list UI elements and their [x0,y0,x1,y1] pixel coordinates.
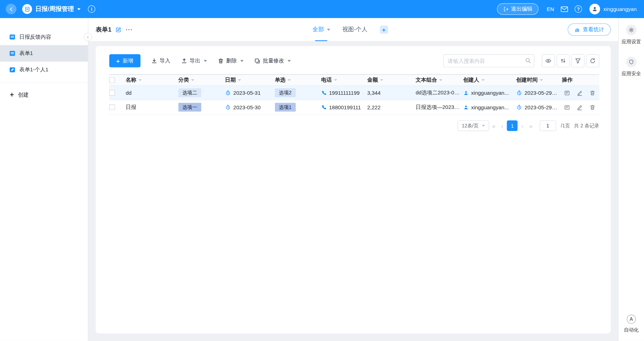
delete-row-button[interactable] [587,90,598,96]
next-page-button[interactable]: › [518,122,526,129]
edit-row-button[interactable] [574,104,585,110]
edit-row-button[interactable] [574,90,585,96]
column-header-name[interactable]: 名称 [126,76,178,84]
cell-text-combo: dd选项二2023-05... [415,89,463,97]
top-header: 日报/周报管理 i 退出编辑 EN ? [0,0,644,18]
column-menu-icon [439,79,442,81]
page-size-value: 12条/页 [462,122,478,129]
clock-icon [225,104,231,110]
column-header-amount[interactable]: 金额 [367,76,416,84]
filter-button[interactable] [571,54,584,67]
cell-text-combo: 日报选项—2023-... [415,104,463,111]
back-button[interactable] [6,4,16,14]
more-options-icon[interactable]: ··· [126,26,133,33]
edit-title-button[interactable] [116,27,122,33]
page-size-select[interactable]: 12条/页 [458,120,489,131]
page-title: 表单1 [96,26,111,33]
column-header-single[interactable]: 单选 [275,76,321,84]
cell-name: 日报 [126,104,178,111]
plus-icon: + [10,92,14,99]
column-menu-icon [540,79,543,81]
hide-fields-button[interactable] [542,54,555,67]
column-menu-icon [238,79,241,81]
add-record-button[interactable]: + 新增 [109,54,141,67]
column-header-text[interactable]: 文本组合 [415,76,463,84]
import-button[interactable]: 导入 [151,57,170,65]
prev-page-button[interactable]: ‹ [499,122,506,129]
sidebar-item-label: 表单1-个人1 [19,66,48,73]
record-total-label: 共 2 条记录 [574,122,599,129]
column-header-created[interactable]: 创建时间 [516,76,562,84]
column-header-category[interactable]: 分类 [178,76,225,84]
sort-icon [560,57,567,64]
refresh-button[interactable] [586,54,599,67]
user-icon [463,90,469,95]
row-checkbox[interactable] [109,90,115,96]
user-menu[interactable]: xingguangyan [589,4,637,14]
search-icon [525,57,531,64]
sidebar-divider [0,82,88,83]
sidebar-item-label: 表单1 [19,50,33,57]
phone-icon [321,90,326,95]
cell-created: 2023-05-29 2... [516,90,562,96]
tab-all[interactable]: 全部 [313,18,330,41]
sidebar-item-form1[interactable]: 表单1 [0,45,88,61]
view-statistics-button[interactable]: 查看统计 [568,23,611,36]
search-input[interactable] [443,54,534,67]
username: xingguangyan [604,6,637,12]
automation-icon: A [627,315,635,324]
current-page-button[interactable]: 1 [507,120,518,131]
info-icon[interactable]: i [88,5,95,13]
main-area: 表单1 ··· 全部 视图-个人 + [88,18,618,341]
chevron-down-icon [77,8,81,10]
tab-personal-view[interactable]: 视图-个人 [342,18,367,41]
user-icon [463,105,469,110]
column-menu-icon [191,79,194,81]
chevron-down-icon [240,60,243,62]
mail-icon[interactable] [561,6,568,12]
arrow-left-icon [9,6,14,12]
cell-amount: 2,222 [367,104,416,110]
sort-button[interactable] [557,54,570,67]
column-header-phone[interactable]: 电话 [321,76,367,84]
column-header-date[interactable]: 日期 [225,76,275,84]
batch-edit-button[interactable]: 批量修改 [254,57,291,65]
clock-icon [516,90,522,96]
row-checkbox[interactable] [109,104,115,110]
exit-edit-button[interactable]: 退出编辑 [497,3,539,15]
help-icon[interactable]: ? [575,5,582,13]
cell-creator: xingguangyan... [463,104,516,110]
delete-row-button[interactable] [587,104,598,110]
app-settings-item[interactable]: 应用设置 [621,24,641,45]
table-row: 日报 选项一 2023-05-30 选项1 18800199111 2,222 … [109,100,599,115]
export-button[interactable]: 导出 [181,57,207,65]
delete-button[interactable]: 删除 [218,57,243,65]
sidebar-item-daily-feedback[interactable]: 日报反馈内容 [0,29,88,45]
import-icon [151,58,157,64]
add-view-button[interactable]: + [380,26,388,34]
last-page-button[interactable]: » [526,122,535,129]
sidebar-collapse-toggle[interactable]: ‹ [84,33,92,41]
chart-icon [574,27,580,32]
clock-icon [225,90,231,96]
app-logo-icon [22,4,32,14]
sidebar-item-form1-personal[interactable]: 表单1-个人1 [0,62,88,78]
export-icon [181,58,187,64]
column-menu-icon [334,79,337,81]
view-detail-button[interactable] [562,104,572,110]
view-detail-button[interactable] [562,90,572,96]
automation-item[interactable]: A 自动化 [624,315,639,334]
app-switcher[interactable]: 日报/周报管理 [22,4,81,14]
delete-label: 删除 [226,57,237,65]
select-all-checkbox[interactable] [109,77,115,83]
cell-date: 2023-05-31 [225,90,275,96]
language-toggle[interactable]: EN [547,6,554,12]
chevron-down-icon [287,60,291,62]
app-window: 日报/周报管理 i 退出编辑 EN ? [0,0,644,341]
column-header-creator[interactable]: 创建人 [463,76,516,84]
first-page-button[interactable]: « [489,122,499,129]
cell-category: 选项一 [178,103,225,111]
app-security-item[interactable]: 应用安全 [621,57,641,77]
page-jump-input[interactable] [540,120,556,131]
create-button[interactable]: + 创建 [0,87,88,103]
